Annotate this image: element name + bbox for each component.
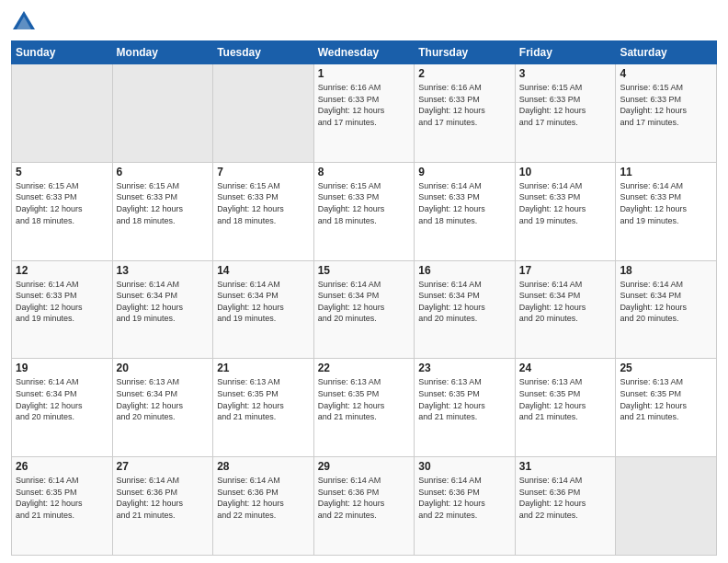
day-number: 10 (519, 166, 612, 178)
day-info: Sunrise: 6:14 AM Sunset: 6:34 PM Dayligh… (117, 279, 210, 325)
day-info: Sunrise: 6:13 AM Sunset: 6:35 PM Dayligh… (519, 376, 612, 422)
calendar-cell: 10Sunrise: 6:14 AM Sunset: 6:33 PM Dayli… (515, 162, 616, 260)
calendar-cell: 16Sunrise: 6:14 AM Sunset: 6:34 PM Dayli… (415, 260, 516, 359)
day-number: 29 (318, 460, 411, 473)
day-number: 19 (16, 362, 108, 374)
calendar-cell: 21Sunrise: 6:13 AM Sunset: 6:35 PM Dayli… (213, 359, 314, 457)
day-number: 27 (117, 460, 210, 473)
day-info: Sunrise: 6:14 AM Sunset: 6:35 PM Dayligh… (16, 475, 108, 521)
calendar-cell: 23Sunrise: 6:13 AM Sunset: 6:35 PM Dayli… (415, 359, 516, 457)
day-number: 25 (620, 362, 712, 374)
weekday-header: Monday (112, 41, 213, 64)
day-info: Sunrise: 6:13 AM Sunset: 6:35 PM Dayligh… (318, 376, 411, 422)
calendar-cell: 31Sunrise: 6:14 AM Sunset: 6:36 PM Dayli… (515, 457, 616, 556)
day-number: 28 (217, 460, 310, 473)
day-info: Sunrise: 6:15 AM Sunset: 6:33 PM Dayligh… (217, 180, 310, 226)
calendar-cell: 19Sunrise: 6:14 AM Sunset: 6:34 PM Dayli… (12, 359, 113, 457)
day-number: 5 (16, 166, 108, 178)
calendar-cell: 6Sunrise: 6:15 AM Sunset: 6:33 PM Daylig… (112, 162, 213, 260)
day-info: Sunrise: 6:13 AM Sunset: 6:35 PM Dayligh… (217, 376, 310, 422)
calendar-week-row: 26Sunrise: 6:14 AM Sunset: 6:35 PM Dayli… (12, 457, 717, 556)
day-number: 22 (318, 362, 411, 374)
calendar-cell: 26Sunrise: 6:14 AM Sunset: 6:35 PM Dayli… (12, 457, 113, 556)
calendar-cell: 3Sunrise: 6:15 AM Sunset: 6:33 PM Daylig… (515, 64, 616, 163)
calendar-header: SundayMondayTuesdayWednesdayThursdayFrid… (12, 41, 717, 64)
day-info: Sunrise: 6:14 AM Sunset: 6:36 PM Dayligh… (519, 475, 612, 521)
calendar-body: 1Sunrise: 6:16 AM Sunset: 6:33 PM Daylig… (12, 64, 717, 556)
weekday-header: Sunday (12, 41, 113, 64)
calendar-cell (616, 457, 717, 556)
calendar-cell: 27Sunrise: 6:14 AM Sunset: 6:36 PM Dayli… (112, 457, 213, 556)
weekday-header: Thursday (415, 41, 516, 64)
day-number: 3 (519, 67, 612, 80)
day-number: 7 (217, 166, 310, 178)
weekday-header: Friday (515, 41, 616, 64)
calendar-cell: 29Sunrise: 6:14 AM Sunset: 6:36 PM Dayli… (313, 457, 415, 556)
day-number: 6 (117, 166, 210, 178)
day-number: 16 (418, 264, 511, 277)
calendar-cell: 18Sunrise: 6:14 AM Sunset: 6:34 PM Dayli… (616, 260, 717, 359)
calendar-cell: 7Sunrise: 6:15 AM Sunset: 6:33 PM Daylig… (213, 162, 314, 260)
calendar-cell: 14Sunrise: 6:14 AM Sunset: 6:34 PM Dayli… (213, 260, 314, 359)
calendar-week-row: 12Sunrise: 6:14 AM Sunset: 6:33 PM Dayli… (12, 260, 717, 359)
calendar-cell: 2Sunrise: 6:16 AM Sunset: 6:33 PM Daylig… (415, 64, 516, 163)
calendar-cell: 11Sunrise: 6:14 AM Sunset: 6:33 PM Dayli… (616, 162, 717, 260)
weekday-header: Tuesday (213, 41, 314, 64)
day-number: 31 (519, 460, 612, 473)
day-number: 4 (620, 67, 712, 80)
day-info: Sunrise: 6:15 AM Sunset: 6:33 PM Dayligh… (117, 180, 210, 226)
calendar-cell: 17Sunrise: 6:14 AM Sunset: 6:34 PM Dayli… (515, 260, 616, 359)
weekday-header: Wednesday (313, 41, 415, 64)
calendar-cell (12, 64, 113, 163)
day-info: Sunrise: 6:14 AM Sunset: 6:36 PM Dayligh… (318, 475, 411, 521)
day-number: 21 (217, 362, 310, 374)
calendar-cell: 25Sunrise: 6:13 AM Sunset: 6:35 PM Dayli… (616, 359, 717, 457)
day-info: Sunrise: 6:15 AM Sunset: 6:33 PM Dayligh… (620, 82, 712, 128)
calendar-cell: 1Sunrise: 6:16 AM Sunset: 6:33 PM Daylig… (313, 64, 415, 163)
day-number: 17 (519, 264, 612, 277)
day-info: Sunrise: 6:14 AM Sunset: 6:36 PM Dayligh… (217, 475, 310, 521)
calendar-cell: 30Sunrise: 6:14 AM Sunset: 6:36 PM Dayli… (415, 457, 516, 556)
calendar-cell: 5Sunrise: 6:15 AM Sunset: 6:33 PM Daylig… (12, 162, 113, 260)
day-info: Sunrise: 6:14 AM Sunset: 6:36 PM Dayligh… (117, 475, 210, 521)
day-info: Sunrise: 6:13 AM Sunset: 6:35 PM Dayligh… (620, 376, 712, 422)
day-number: 8 (318, 166, 411, 178)
day-number: 24 (519, 362, 612, 374)
day-info: Sunrise: 6:14 AM Sunset: 6:33 PM Dayligh… (16, 279, 108, 325)
day-info: Sunrise: 6:13 AM Sunset: 6:34 PM Dayligh… (117, 376, 210, 422)
calendar-cell (213, 64, 314, 163)
day-info: Sunrise: 6:14 AM Sunset: 6:34 PM Dayligh… (217, 279, 310, 325)
calendar-week-row: 1Sunrise: 6:16 AM Sunset: 6:33 PM Daylig… (12, 64, 717, 163)
day-info: Sunrise: 6:14 AM Sunset: 6:33 PM Dayligh… (519, 180, 612, 226)
day-info: Sunrise: 6:14 AM Sunset: 6:34 PM Dayligh… (16, 376, 108, 422)
day-number: 15 (318, 264, 411, 277)
day-info: Sunrise: 6:13 AM Sunset: 6:35 PM Dayligh… (418, 376, 511, 422)
calendar-cell (112, 64, 213, 163)
calendar-cell: 4Sunrise: 6:15 AM Sunset: 6:33 PM Daylig… (616, 64, 717, 163)
day-info: Sunrise: 6:14 AM Sunset: 6:34 PM Dayligh… (418, 279, 511, 325)
day-info: Sunrise: 6:14 AM Sunset: 6:33 PM Dayligh… (418, 180, 511, 226)
day-info: Sunrise: 6:16 AM Sunset: 6:33 PM Dayligh… (318, 82, 411, 128)
day-number: 2 (418, 67, 511, 80)
day-number: 13 (117, 264, 210, 277)
page: SundayMondayTuesdayWednesdayThursdayFrid… (0, 0, 728, 563)
logo (11, 9, 40, 35)
day-number: 20 (117, 362, 210, 374)
day-number: 9 (418, 166, 511, 178)
weekday-header: Saturday (616, 41, 717, 64)
day-info: Sunrise: 6:14 AM Sunset: 6:34 PM Dayligh… (318, 279, 411, 325)
header (11, 9, 717, 35)
day-number: 12 (16, 264, 108, 277)
day-info: Sunrise: 6:15 AM Sunset: 6:33 PM Dayligh… (16, 180, 108, 226)
day-number: 30 (418, 460, 511, 473)
day-number: 11 (620, 166, 712, 178)
calendar-week-row: 5Sunrise: 6:15 AM Sunset: 6:33 PM Daylig… (12, 162, 717, 260)
calendar-cell: 13Sunrise: 6:14 AM Sunset: 6:34 PM Dayli… (112, 260, 213, 359)
day-info: Sunrise: 6:15 AM Sunset: 6:33 PM Dayligh… (519, 82, 612, 128)
logo-icon (11, 9, 37, 35)
day-info: Sunrise: 6:16 AM Sunset: 6:33 PM Dayligh… (418, 82, 511, 128)
calendar-cell: 12Sunrise: 6:14 AM Sunset: 6:33 PM Dayli… (12, 260, 113, 359)
calendar-cell: 22Sunrise: 6:13 AM Sunset: 6:35 PM Dayli… (313, 359, 415, 457)
calendar-cell: 8Sunrise: 6:15 AM Sunset: 6:33 PM Daylig… (313, 162, 415, 260)
calendar-cell: 15Sunrise: 6:14 AM Sunset: 6:34 PM Dayli… (313, 260, 415, 359)
